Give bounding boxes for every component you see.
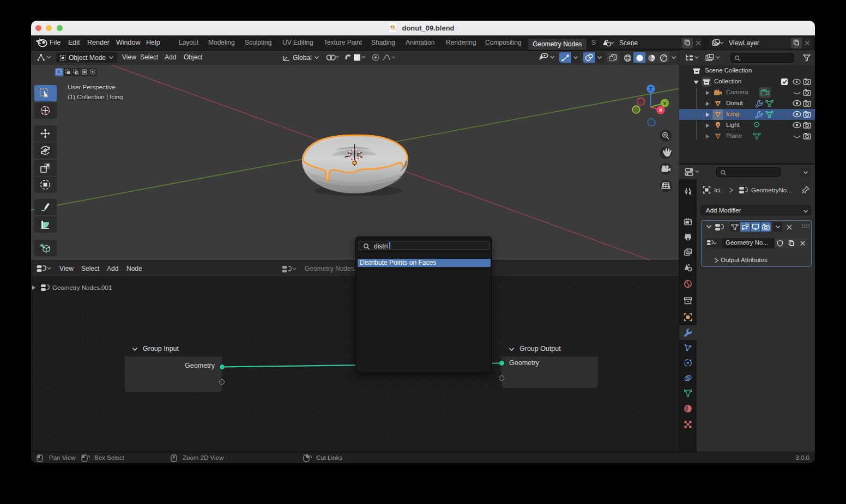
svg-text:Z: Z	[649, 86, 652, 92]
svg-text:Y: Y	[663, 100, 667, 106]
svg-text:X: X	[659, 107, 663, 113]
